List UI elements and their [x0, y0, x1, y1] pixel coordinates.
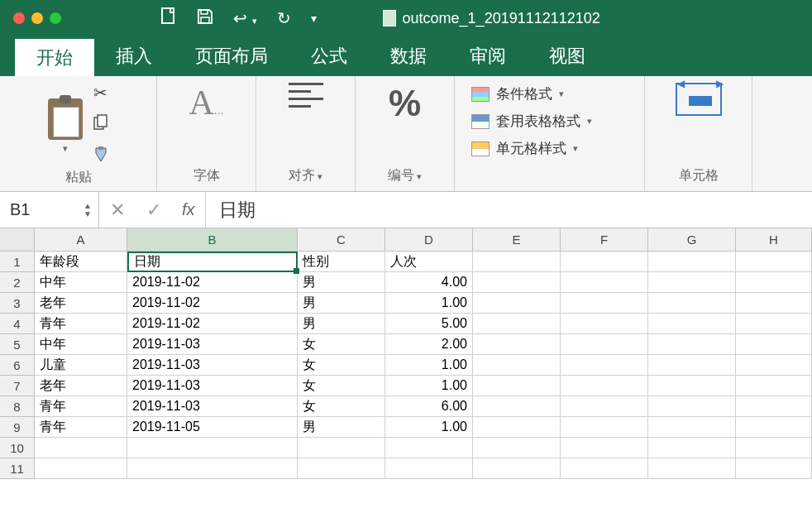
minimize-window-button[interactable]: [31, 12, 43, 24]
cell-E5[interactable]: [473, 334, 561, 355]
cell-D9[interactable]: 1.00: [385, 417, 473, 438]
cell-E7[interactable]: [473, 376, 561, 396]
row-header[interactable]: 3: [0, 293, 35, 314]
cell-A9[interactable]: 青年: [35, 417, 127, 438]
row-header[interactable]: 6: [0, 355, 35, 376]
save-icon[interactable]: [197, 8, 213, 29]
cell-D8[interactable]: 6.00: [385, 396, 473, 417]
cell-H10[interactable]: [736, 438, 812, 458]
cell-H5[interactable]: [736, 334, 812, 355]
qat-more-icon[interactable]: ▾: [311, 12, 317, 25]
percent-icon[interactable]: %: [389, 83, 421, 124]
name-box-up[interactable]: ▲: [84, 202, 92, 210]
cell-C8[interactable]: 女: [298, 396, 385, 417]
cell-A10[interactable]: [35, 438, 127, 458]
cell-H8[interactable]: [736, 396, 812, 417]
confirm-formula-icon[interactable]: ✓: [136, 199, 172, 221]
cell-H4[interactable]: [736, 314, 812, 334]
cell-H1[interactable]: [736, 252, 812, 272]
cell-H11[interactable]: [736, 458, 812, 479]
cell-F7[interactable]: [561, 376, 648, 396]
cut-icon[interactable]: ✂︎: [93, 83, 107, 103]
column-header-D[interactable]: D: [385, 228, 473, 252]
row-header[interactable]: 4: [0, 314, 35, 334]
cell-B9[interactable]: 2019-11-05: [127, 417, 298, 438]
cell-C10[interactable]: [298, 438, 385, 458]
cell-F1[interactable]: [561, 252, 648, 272]
cell-C5[interactable]: 女: [298, 334, 385, 355]
cell-C11[interactable]: [298, 458, 385, 479]
cell-E9[interactable]: [473, 417, 561, 438]
cell-D6[interactable]: 1.00: [385, 355, 473, 376]
cell-B10[interactable]: [127, 438, 298, 458]
conditional-format-button[interactable]: 条件格式 ▾: [471, 84, 564, 103]
tab-2[interactable]: 页面布局: [174, 36, 289, 76]
cell-D7[interactable]: 1.00: [385, 376, 473, 396]
cell-D10[interactable]: [385, 438, 473, 458]
maximize-window-button[interactable]: [50, 12, 61, 24]
cell-D3[interactable]: 1.00: [385, 293, 473, 314]
cell-G5[interactable]: [648, 334, 736, 355]
cell-F11[interactable]: [561, 458, 648, 479]
row-header[interactable]: 7: [0, 376, 35, 396]
cell-F6[interactable]: [561, 355, 648, 376]
name-box-down[interactable]: ▼: [84, 210, 92, 218]
cell-D1[interactable]: 人次: [385, 252, 473, 272]
tab-6[interactable]: 视图: [528, 36, 607, 76]
cell-D2[interactable]: 4.00: [385, 272, 473, 293]
cell-C7[interactable]: 女: [298, 376, 385, 396]
cell-C3[interactable]: 男: [298, 293, 385, 314]
cell-E11[interactable]: [473, 458, 561, 479]
cell-G3[interactable]: [648, 293, 736, 314]
cell-G2[interactable]: [648, 272, 736, 293]
cell-E6[interactable]: [473, 355, 561, 376]
cancel-formula-icon[interactable]: ✕: [99, 199, 136, 221]
redo-icon[interactable]: ↻: [277, 8, 291, 28]
cell-G6[interactable]: [648, 355, 736, 376]
cell-E10[interactable]: [473, 438, 561, 458]
cell-F4[interactable]: [561, 314, 648, 334]
align-icon[interactable]: [289, 83, 323, 108]
cell-G8[interactable]: [648, 396, 736, 417]
cell-C1[interactable]: 性别: [298, 252, 385, 272]
cell-H7[interactable]: [736, 376, 812, 396]
cell-C2[interactable]: 男: [298, 272, 385, 293]
cell-F10[interactable]: [561, 438, 648, 458]
format-painter-icon[interactable]: [93, 146, 109, 169]
cell-A6[interactable]: 儿童: [35, 355, 127, 376]
cell-G11[interactable]: [648, 458, 736, 479]
cell-F8[interactable]: [561, 396, 648, 417]
column-header-A[interactable]: A: [35, 228, 127, 252]
close-window-button[interactable]: [13, 12, 25, 24]
cell-C4[interactable]: 男: [298, 314, 385, 334]
tab-4[interactable]: 数据: [369, 36, 448, 76]
cell-A8[interactable]: 青年: [35, 396, 127, 417]
cells-icon[interactable]: ◀▶: [676, 83, 722, 116]
cell-G1[interactable]: [648, 252, 736, 272]
cell-G10[interactable]: [648, 438, 736, 458]
cell-A3[interactable]: 老年: [35, 293, 127, 314]
copy-icon[interactable]: [93, 114, 108, 135]
row-header[interactable]: 1: [0, 252, 35, 272]
cell-A4[interactable]: 青年: [35, 314, 127, 334]
cell-A1[interactable]: 年龄段: [35, 252, 127, 272]
column-header-G[interactable]: G: [648, 228, 736, 252]
column-header-C[interactable]: C: [298, 228, 385, 252]
cell-B4[interactable]: 2019-11-02: [127, 314, 298, 334]
cell-B2[interactable]: 2019-11-02: [127, 272, 298, 293]
cell-A5[interactable]: 中年: [35, 334, 127, 355]
row-header[interactable]: 5: [0, 334, 35, 355]
cell-G9[interactable]: [648, 417, 736, 438]
new-file-icon[interactable]: [160, 7, 177, 30]
cell-A11[interactable]: [35, 458, 127, 479]
row-header[interactable]: 9: [0, 417, 35, 438]
cell-B5[interactable]: 2019-11-03: [127, 334, 298, 355]
cell-B11[interactable]: [127, 458, 298, 479]
cell-H6[interactable]: [736, 355, 812, 376]
cell-B3[interactable]: 2019-11-02: [127, 293, 298, 314]
name-box[interactable]: B1 ▲ ▼: [0, 192, 99, 228]
tab-0[interactable]: 开始: [15, 36, 94, 76]
cell-B8[interactable]: 2019-11-03: [127, 396, 298, 417]
cell-F2[interactable]: [561, 272, 648, 293]
tab-1[interactable]: 插入: [94, 36, 174, 76]
